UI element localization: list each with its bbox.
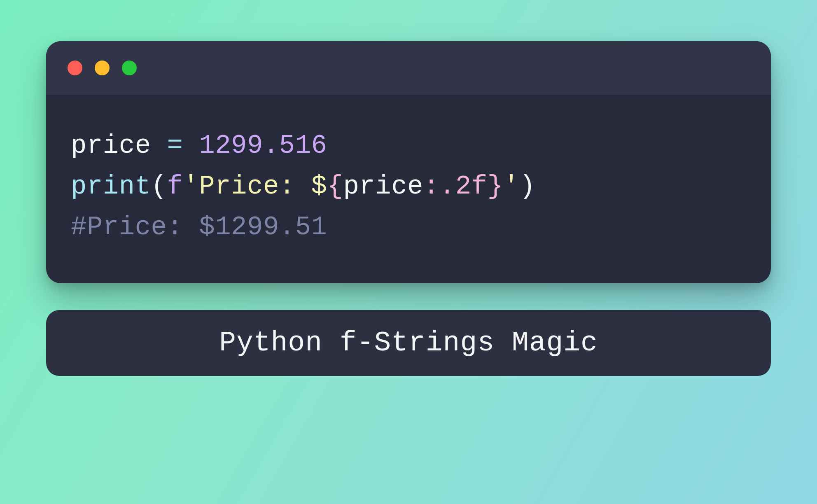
caption-text: Python f-Strings Magic	[219, 327, 598, 359]
token-close-paren: )	[519, 172, 535, 201]
code-line-3: #Price: $1299.51	[71, 212, 327, 242]
code-line-2: print(f'Price: ${price:.2f}')	[71, 172, 535, 201]
minimize-icon[interactable]	[95, 61, 110, 75]
token-f-prefix: f	[167, 172, 183, 201]
token-format-spec: :.2f	[423, 172, 488, 201]
code-body: price = 1299.516 print(f'Price: ${price:…	[46, 95, 771, 283]
close-icon[interactable]	[68, 61, 82, 75]
token-comment: #Price: $1299.51	[71, 212, 327, 242]
token-space	[151, 131, 167, 161]
token-brace-close: }	[488, 172, 504, 201]
token-quote-open: '	[183, 172, 199, 201]
token-space	[183, 131, 199, 161]
token-string: Price: $	[199, 172, 327, 201]
caption-bar: Python f-Strings Magic	[46, 310, 771, 376]
token-open-paren: (	[151, 172, 167, 201]
maximize-icon[interactable]	[122, 61, 137, 75]
token-number: 1299.516	[199, 131, 327, 161]
token-quote-close: '	[503, 172, 519, 201]
window-titlebar	[46, 41, 771, 95]
token-brace-open: {	[327, 172, 343, 201]
code-line-1: price = 1299.516	[71, 131, 327, 161]
token-expression: price	[343, 172, 423, 201]
token-equals: =	[167, 131, 183, 161]
token-function: print	[71, 172, 151, 201]
code-window: price = 1299.516 print(f'Price: ${price:…	[46, 41, 771, 283]
token-variable: price	[71, 131, 151, 161]
